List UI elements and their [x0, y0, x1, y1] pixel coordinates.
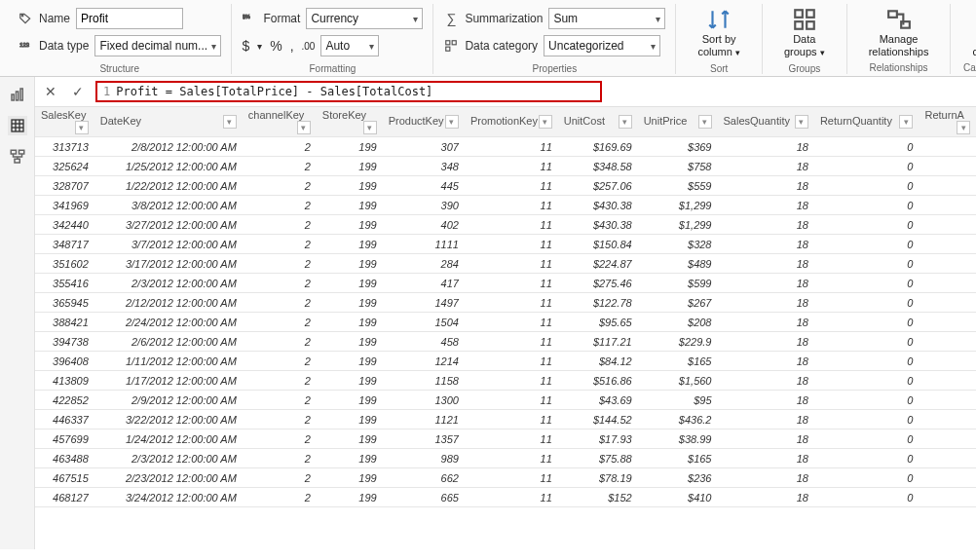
cell[interactable]: $150.84 — [558, 235, 638, 254]
cell[interactable]: 18 — [718, 488, 814, 507]
table-row[interactable]: 3137132/8/2012 12:00:00 AM219930711$169.… — [35, 137, 976, 157]
cell[interactable]: 2 — [243, 137, 317, 157]
cell[interactable] — [919, 313, 976, 332]
cell[interactable] — [919, 137, 976, 157]
cell[interactable]: 11 — [465, 488, 558, 507]
cell[interactable] — [919, 429, 976, 449]
cell[interactable]: 2 — [243, 215, 317, 235]
cell[interactable]: 18 — [718, 293, 814, 313]
name-input[interactable] — [76, 8, 183, 29]
cell[interactable]: 199 — [317, 449, 383, 468]
cell[interactable]: 0 — [814, 137, 920, 157]
table-row[interactable]: 3964081/11/2012 12:00:00 AM2199121411$84… — [35, 352, 976, 371]
table-row[interactable]: 4463373/22/2012 12:00:00 AM2199112111$14… — [35, 410, 976, 429]
cell[interactable]: 422852 — [35, 391, 94, 410]
cell[interactable]: 446337 — [35, 410, 94, 429]
cell[interactable]: $516.86 — [558, 371, 638, 391]
data-view-icon[interactable] — [8, 116, 27, 135]
cell[interactable]: $38.99 — [638, 429, 718, 449]
cell[interactable]: $169.69 — [558, 137, 638, 157]
cell[interactable]: $152 — [558, 488, 638, 507]
cell[interactable]: 3/22/2012 12:00:00 AM — [94, 410, 243, 429]
cell[interactable]: 18 — [718, 274, 814, 293]
cell[interactable]: 1158 — [383, 371, 465, 391]
thousands-separator-button[interactable]: , — [290, 38, 294, 54]
cell[interactable]: 0 — [814, 488, 920, 507]
cell[interactable]: $430.38 — [558, 215, 638, 235]
cell[interactable]: 1214 — [383, 352, 465, 371]
cell[interactable]: 2/6/2012 12:00:00 AM — [94, 332, 243, 352]
cell[interactable]: 2 — [243, 468, 317, 488]
cell[interactable]: 18 — [718, 215, 814, 235]
cell[interactable]: 11 — [465, 332, 558, 352]
cell[interactable]: 11 — [465, 137, 558, 157]
cell[interactable] — [919, 410, 976, 429]
cell[interactable]: 665 — [383, 488, 465, 507]
cell[interactable]: 199 — [317, 137, 383, 157]
cell[interactable]: 199 — [317, 196, 383, 215]
cell[interactable]: $236 — [638, 468, 718, 488]
column-header[interactable]: StoreKey▾ — [317, 107, 383, 137]
cell[interactable]: 1357 — [383, 429, 465, 449]
cell[interactable]: 2 — [243, 391, 317, 410]
cell[interactable]: $208 — [638, 313, 718, 332]
cell[interactable]: 0 — [814, 157, 920, 176]
table-row[interactable]: 3554162/3/2012 12:00:00 AM219941711$275.… — [35, 274, 976, 293]
cell[interactable]: $165 — [638, 352, 718, 371]
cell[interactable]: 11 — [465, 391, 558, 410]
cell[interactable]: 11 — [465, 410, 558, 429]
commit-formula-button[interactable]: ✓ — [68, 82, 88, 101]
cell[interactable]: 2 — [243, 332, 317, 352]
cell[interactable]: 0 — [814, 371, 920, 391]
cell[interactable]: 199 — [317, 254, 383, 274]
cell[interactable]: 3/17/2012 12:00:00 AM — [94, 254, 243, 274]
cell[interactable]: $267 — [638, 293, 718, 313]
cell[interactable]: 388421 — [35, 313, 94, 332]
cell[interactable]: 3/27/2012 12:00:00 AM — [94, 215, 243, 235]
manage-relationships-button[interactable]: Managerelationships — [857, 4, 941, 60]
cell[interactable]: 18 — [718, 449, 814, 468]
filter-icon[interactable]: ▾ — [297, 121, 311, 134]
cell[interactable]: $348.58 — [558, 157, 638, 176]
filter-icon[interactable]: ▾ — [957, 121, 970, 134]
cell[interactable]: 2 — [243, 254, 317, 274]
cell[interactable]: $369 — [638, 137, 718, 157]
column-header[interactable]: DateKey▾ — [94, 107, 243, 137]
cell[interactable]: 0 — [814, 254, 920, 274]
cell[interactable]: 11 — [465, 429, 558, 449]
cell[interactable]: 11 — [465, 274, 558, 293]
cell[interactable]: 1/17/2012 12:00:00 AM — [94, 371, 243, 391]
cell[interactable] — [919, 157, 976, 176]
cell[interactable]: 11 — [465, 215, 558, 235]
table-row[interactable]: 3424403/27/2012 12:00:00 AM219940211$430… — [35, 215, 976, 235]
cell[interactable]: 11 — [465, 371, 558, 391]
decimal-auto-dropdown[interactable]: Auto▾ — [320, 35, 379, 56]
cell[interactable] — [919, 488, 976, 507]
cell[interactable]: 313713 — [35, 137, 94, 157]
cell[interactable]: 2 — [243, 371, 317, 391]
cell[interactable]: 18 — [718, 332, 814, 352]
model-view-icon[interactable] — [8, 147, 27, 167]
cell[interactable]: 199 — [317, 488, 383, 507]
table-row[interactable]: 4634882/3/2012 12:00:00 AM219998911$75.8… — [35, 449, 976, 468]
cell[interactable]: 396408 — [35, 352, 94, 371]
column-header[interactable]: SalesQuantity▾ — [718, 107, 814, 137]
summarization-dropdown[interactable]: Sum▾ — [548, 8, 665, 29]
cell[interactable]: $410 — [638, 488, 718, 507]
cell[interactable]: 463488 — [35, 449, 94, 468]
cell[interactable]: 0 — [814, 391, 920, 410]
cell[interactable]: 355416 — [35, 274, 94, 293]
cell[interactable]: 342440 — [35, 215, 94, 235]
format-dropdown[interactable]: Currency▾ — [306, 8, 423, 29]
cell[interactable]: $430.38 — [558, 196, 638, 215]
cell[interactable]: 11 — [465, 254, 558, 274]
cell[interactable]: 2/23/2012 12:00:00 AM — [94, 468, 243, 488]
cell[interactable]: $117.21 — [558, 332, 638, 352]
cell[interactable]: 2/8/2012 12:00:00 AM — [94, 137, 243, 157]
table-row[interactable]: 3256241/25/2012 12:00:00 AM219934811$348… — [35, 157, 976, 176]
cell[interactable]: 1/11/2012 12:00:00 AM — [94, 352, 243, 371]
cell[interactable]: 18 — [718, 157, 814, 176]
cell[interactable]: 11 — [465, 449, 558, 468]
cell[interactable]: 18 — [718, 235, 814, 254]
table-row[interactable]: 4681273/24/2012 12:00:00 AM219966511$152… — [35, 488, 976, 507]
